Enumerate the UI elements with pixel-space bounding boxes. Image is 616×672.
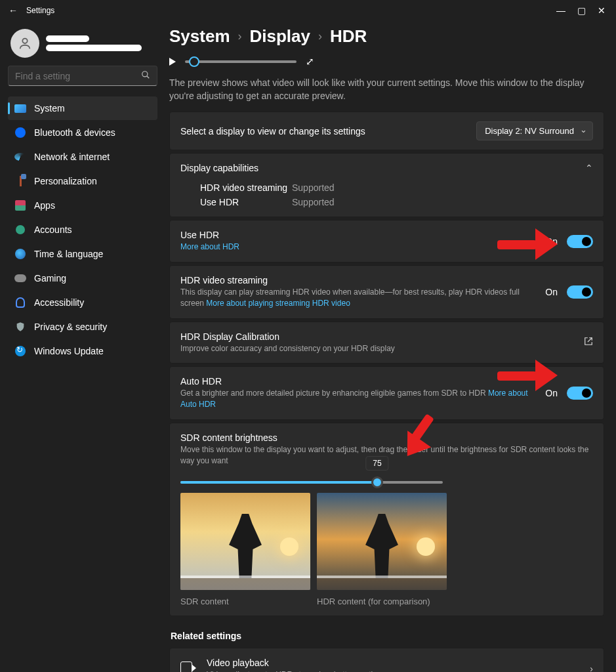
sidebar-item-personalization[interactable]: Personalization [8, 169, 157, 193]
video-playback-title: Video playback [207, 658, 386, 668]
display-select-dropdown[interactable]: Display 2: NV Surround [476, 121, 593, 140]
window-title: Settings [26, 6, 54, 15]
open-external-icon [584, 337, 593, 348]
streaming-hdr-link[interactable]: More about playing streaming HDR video [206, 299, 350, 308]
toggle-state: On [545, 287, 558, 297]
wifi-icon [14, 151, 26, 163]
svg-point-1 [142, 72, 148, 77]
calibration-desc: Improve color accuracy and consistency o… [180, 343, 395, 354]
accessibility-icon [14, 297, 26, 308]
user-profile[interactable] [10, 29, 155, 58]
sidebar-item-label: Personalization [34, 176, 97, 186]
hdr-streaming-card: HDR video streaming This display can pla… [169, 265, 604, 319]
cap-val: Supported [292, 197, 593, 207]
hdr-preview-image [317, 493, 447, 590]
cap-val: Supported [292, 182, 593, 193]
slider-value: 75 [365, 456, 388, 471]
capabilities-title: Display capabilities [180, 163, 258, 173]
use-hdr-toggle[interactable] [567, 235, 593, 248]
search-icon [141, 70, 150, 81]
sidebar-item-label: Apps [34, 200, 55, 211]
back-button[interactable]: ← [5, 5, 21, 16]
sidebar-item-system[interactable]: System [8, 96, 157, 120]
sidebar-item-label: Bluetooth & devices [34, 127, 115, 138]
video-icon [180, 663, 192, 672]
hdr-streaming-toggle[interactable] [567, 285, 593, 299]
sidebar-item-accounts[interactable]: Accounts [8, 218, 157, 242]
sdr-caption: SDR content [180, 597, 310, 606]
sidebar-item-label: Gaming [34, 273, 66, 284]
capabilities-card[interactable]: Display capabilities ⌃ HDR video streami… [169, 153, 604, 217]
play-button[interactable] [169, 58, 176, 66]
sidebar-item-label: Windows Update [34, 346, 104, 356]
sidebar-item-label: Accessibility [34, 297, 84, 308]
sidebar-item-label: Accounts [34, 224, 72, 235]
breadcrumb: System › Display › HDR [169, 26, 604, 47]
sidebar-item-update[interactable]: Windows Update [8, 339, 157, 363]
auto-hdr-title: Auto HDR [180, 376, 535, 387]
svg-line-2 [147, 76, 150, 79]
auto-hdr-toggle[interactable] [567, 387, 593, 400]
search-input[interactable] [8, 66, 157, 86]
use-hdr-card: Use HDR More about HDR On [169, 220, 604, 262]
sidebar-item-gaming[interactable]: Gaming [8, 266, 157, 290]
breadcrumb-current: HDR [330, 26, 367, 47]
cap-key: Use HDR [200, 197, 292, 207]
preview-description: The preview shows what video will look l… [169, 77, 604, 102]
system-icon [14, 102, 26, 114]
accounts-icon [14, 224, 26, 236]
toggle-state: On [545, 236, 558, 247]
sidebar-item-accessibility[interactable]: Accessibility [8, 291, 157, 314]
bluetooth-icon [14, 127, 26, 138]
sidebar-item-apps[interactable]: Apps [8, 194, 157, 217]
sidebar-item-time[interactable]: Time & language [8, 242, 157, 266]
minimize-button[interactable]: — [556, 5, 565, 16]
video-playback-desc: Video adjustments, HDR streaming, batter… [207, 669, 386, 672]
display-select-card: Select a display to view or change its s… [169, 112, 604, 150]
sidebar-item-privacy[interactable]: Privacy & security [8, 315, 157, 339]
avatar [10, 29, 39, 58]
breadcrumb-display[interactable]: Display [250, 26, 311, 47]
brightness-slider[interactable]: 75 [180, 481, 443, 484]
sdr-brightness-title: SDR content brightness [180, 432, 593, 443]
brush-icon [14, 175, 26, 187]
sidebar-item-label: System [34, 103, 65, 114]
svg-point-0 [22, 39, 27, 43]
toggle-state: On [545, 388, 558, 398]
expand-icon[interactable]: ⤢ [306, 56, 314, 68]
calibration-card[interactable]: HDR Display Calibration Improve color ac… [169, 322, 604, 364]
related-heading: Related settings [171, 631, 604, 641]
cap-key: HDR video streaming [200, 182, 292, 193]
more-about-hdr-link[interactable]: More about HDR [180, 242, 239, 253]
globe-icon [14, 248, 26, 260]
video-playback-card[interactable]: Video playback Video adjustments, HDR st… [169, 648, 604, 672]
breadcrumb-system[interactable]: System [169, 26, 230, 47]
sidebar-item-bluetooth[interactable]: Bluetooth & devices [8, 121, 157, 144]
seek-slider[interactable] [185, 60, 297, 63]
hdr-caption: HDR content (for comparison) [317, 597, 447, 606]
use-hdr-title: Use HDR [180, 230, 239, 240]
chevron-right-icon: › [318, 30, 322, 43]
close-button[interactable]: ✕ [598, 5, 606, 16]
calibration-title: HDR Display Calibration [180, 331, 395, 342]
auto-hdr-card: Auto HDR Get a brighter and more detaile… [169, 366, 604, 420]
gamepad-icon [14, 272, 26, 284]
sidebar-item-network[interactable]: Network & internet [8, 145, 157, 169]
update-icon [14, 345, 26, 357]
sidebar-item-label: Privacy & security [34, 322, 107, 332]
display-select-label: Select a display to view or change its s… [180, 126, 365, 136]
chevron-right-icon: › [590, 663, 593, 672]
sdr-preview-image [180, 493, 310, 590]
apps-icon [14, 200, 26, 211]
chevron-up-icon: ⌃ [585, 163, 593, 173]
shield-icon [14, 321, 26, 333]
sidebar-item-label: Time & language [34, 249, 103, 259]
chevron-right-icon: › [238, 30, 242, 43]
hdr-streaming-title: HDR video streaming [180, 275, 535, 285]
sidebar-item-label: Network & internet [34, 152, 110, 162]
sdr-brightness-card: SDR content brightness Move this window … [169, 423, 604, 616]
maximize-button[interactable]: ▢ [577, 5, 586, 16]
